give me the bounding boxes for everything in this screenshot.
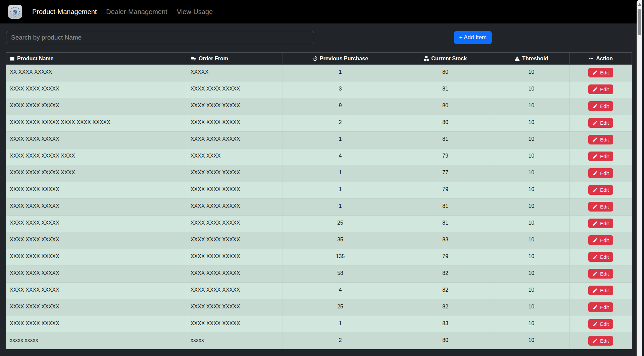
edit-button[interactable]: Edit — [588, 319, 613, 329]
edit-button[interactable]: Edit — [588, 185, 613, 195]
edit-button-label: Edit — [600, 70, 609, 75]
edit-button[interactable]: Edit — [588, 252, 613, 262]
edit-button[interactable]: Edit — [588, 269, 613, 279]
action-cell: Edit — [570, 299, 632, 316]
pencil-icon — [593, 305, 597, 310]
previous-purchase-cell: 135 — [283, 249, 398, 266]
edit-button[interactable]: Edit — [588, 135, 613, 144]
threshold-cell: 10 — [493, 249, 570, 266]
order-from-cell: XXXX XXXX — [187, 149, 283, 165]
threshold-cell: 10 — [493, 115, 570, 132]
action-cell: Edit — [570, 283, 632, 299]
threshold-cell: 10 — [493, 316, 570, 333]
threshold-cell: 10 — [493, 266, 570, 283]
pencil-icon — [593, 339, 597, 343]
threshold-cell: 10 — [493, 165, 570, 182]
previous-purchase-cell: 35 — [283, 232, 398, 249]
table-row: XXXX XXXX XXXXX XXXXXXXX XXXX47910Edit — [6, 149, 632, 165]
current-stock-cell: 82 — [398, 283, 493, 299]
edit-button[interactable]: Edit — [588, 235, 613, 245]
window-edge — [642, 0, 644, 356]
order-from-cell: XXXX XXXX XXXXX — [187, 81, 283, 98]
previous-purchase-cell: 4 — [283, 283, 398, 299]
action-cell: Edit — [570, 266, 632, 283]
edit-button[interactable]: Edit — [588, 84, 613, 94]
nav-links: Product-Management Dealer-Management Vie… — [32, 8, 213, 16]
search-input[interactable] — [6, 31, 314, 44]
table-row: xxxxx xxxxxxxxxx28010Edit — [6, 333, 632, 350]
edit-button[interactable]: Edit — [588, 202, 613, 212]
edit-button-label: Edit — [600, 120, 609, 126]
edit-button-label: Edit — [600, 221, 609, 226]
current-stock-cell: 80 — [398, 98, 493, 115]
table-row: XXXX XXXX XXXXXXXXX XXXX XXXXX48210Edit — [6, 283, 632, 299]
current-stock-cell: 80 — [398, 115, 493, 132]
nav-link-view-usage[interactable]: View-Usage — [177, 8, 213, 16]
edit-button-label: Edit — [600, 170, 609, 176]
action-cell: Edit — [570, 98, 632, 115]
order-from-cell: xxxxx — [187, 333, 283, 350]
pencil-icon — [593, 104, 597, 109]
column-header-previous-purchase: Previous Purchase — [283, 53, 398, 65]
previous-purchase-cell: 3 — [283, 81, 398, 98]
current-stock-cell: 79 — [398, 249, 493, 266]
box-icon — [10, 56, 15, 61]
product-name-cell: XXXX XXXX XXXXX XXXX XXXX XXXXX — [6, 115, 187, 132]
threshold-cell: 10 — [493, 132, 570, 149]
table-row: XXXX XXXX XXXXX XXXX XXXX XXXXXXXXX XXXX… — [6, 115, 632, 132]
edit-button-label: Edit — [600, 86, 609, 92]
edit-button[interactable]: Edit — [588, 219, 613, 228]
toolbar: + Add Item — [6, 31, 632, 44]
action-cell: Edit — [570, 81, 632, 98]
previous-purchase-cell: 1 — [283, 165, 398, 182]
current-stock-cell: 83 — [398, 232, 493, 249]
app-logo[interactable]: 9 — [8, 5, 22, 19]
threshold-cell: 10 — [493, 333, 570, 350]
order-from-cell: XXXX XXXX XXXXX — [187, 283, 283, 299]
scrollbar-up-arrow-icon[interactable] — [638, 3, 641, 6]
previous-purchase-cell: 25 — [283, 216, 398, 232]
threshold-cell: 10 — [493, 216, 570, 232]
pencil-icon — [593, 87, 597, 92]
product-name-cell: XX XXXX XXXXX — [6, 65, 187, 81]
product-name-cell: XXXX XXXX XXXXX XXXX — [6, 165, 187, 182]
table-row: XXXX XXXX XXXXXXXXX XXXX XXXXX18310Edit — [6, 316, 632, 333]
product-table-wrapper: Product Name Order From Previou — [6, 52, 632, 349]
order-from-cell: XXXX XXXX XXXXX — [187, 115, 283, 132]
edit-button-label: Edit — [600, 304, 609, 310]
edit-button[interactable]: Edit — [588, 302, 613, 312]
pencil-icon — [593, 171, 597, 176]
product-name-cell: XXXX XXXX XXXXX — [6, 283, 187, 299]
edit-button[interactable]: Edit — [588, 68, 613, 77]
column-header-current-stock: Current Stock — [398, 53, 493, 65]
pencil-icon — [593, 137, 597, 142]
product-name-cell: XXXX XXXX XXXXX — [6, 232, 187, 249]
current-stock-cell: 82 — [398, 299, 493, 316]
nav-link-dealer-management[interactable]: Dealer-Management — [106, 8, 167, 16]
product-name-cell: xxxxx xxxxx — [6, 333, 187, 350]
edit-button[interactable]: Edit — [588, 336, 613, 346]
add-item-button[interactable]: + Add Item — [454, 31, 492, 44]
navbar: 9 Product-Management Dealer-Management V… — [0, 0, 644, 23]
product-name-cell: XXXX XXXX XXXXX — [6, 216, 187, 232]
current-stock-cell: 81 — [398, 81, 493, 98]
edit-button[interactable]: Edit — [588, 118, 613, 128]
action-cell: Edit — [570, 115, 632, 132]
vertical-scrollbar[interactable] — [637, 0, 642, 356]
product-name-cell: XXXX XXXX XXXXX — [6, 182, 187, 199]
edit-button[interactable]: Edit — [588, 168, 613, 178]
column-label: Threshold — [522, 56, 548, 61]
edit-button[interactable]: Edit — [588, 101, 613, 111]
table-body: XX XXXX XXXXXXXXXX18010EditXXXX XXXX XXX… — [6, 65, 632, 350]
nav-link-product-management[interactable]: Product-Management — [32, 8, 97, 16]
product-name-cell: XXXX XXXX XXXXX — [6, 299, 187, 316]
previous-purchase-cell: 9 — [283, 98, 398, 115]
column-header-action: Action — [570, 53, 632, 65]
previous-purchase-cell: 25 — [283, 299, 398, 316]
edit-button[interactable]: Edit — [588, 286, 613, 295]
column-header-order-from: Order From — [187, 53, 283, 65]
edit-button[interactable]: Edit — [588, 152, 613, 161]
threshold-cell: 10 — [493, 98, 570, 115]
table-row: XXXX XXXX XXXXXXXXX XXXX XXXXX18110Edit — [6, 132, 632, 149]
scrollbar-thumb[interactable] — [638, 9, 641, 35]
